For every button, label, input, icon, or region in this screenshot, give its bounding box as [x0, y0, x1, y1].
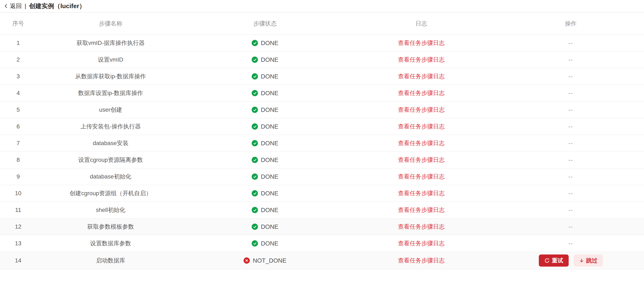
step-name: 设置vmID — [36, 51, 185, 68]
step-index: 12 — [0, 218, 36, 235]
status-badge: DONE — [252, 106, 278, 113]
view-log-link[interactable]: 查看任务步骤日志 — [398, 257, 445, 264]
step-index: 9 — [0, 168, 36, 185]
step-index: 6 — [0, 118, 36, 135]
table-row: 1获取vmID-据库操作执行器DONE查看任务步骤日志-- — [0, 35, 644, 51]
empty-action: -- — [568, 56, 573, 63]
retry-button[interactable]: 重试 — [539, 254, 569, 266]
view-log-link[interactable]: 查看任务步骤日志 — [398, 140, 445, 146]
status-badge: DONE — [252, 224, 278, 230]
check-circle-icon — [252, 124, 258, 130]
empty-action: -- — [568, 240, 573, 246]
status-text: DONE — [261, 56, 278, 63]
status-badge: DONE — [252, 73, 278, 80]
title-divider: | — [24, 3, 26, 10]
step-index: 13 — [0, 235, 36, 252]
empty-action: -- — [568, 106, 573, 113]
step-name: 获取vmID-据库操作执行器 — [36, 35, 185, 51]
back-button[interactable]: 返回 — [4, 2, 22, 10]
table-row: 7database安装DONE查看任务步骤日志-- — [0, 135, 644, 152]
view-log-link[interactable]: 查看任务步骤日志 — [398, 240, 445, 246]
status-text: NOT_DONE — [253, 257, 286, 264]
status-text: DONE — [261, 156, 278, 164]
step-name: shell初始化 — [36, 202, 185, 218]
step-name: database安装 — [36, 135, 185, 152]
check-circle-icon — [252, 90, 258, 96]
view-log-link[interactable]: 查看任务步骤日志 — [398, 173, 445, 180]
check-circle-icon — [252, 174, 258, 180]
empty-action: -- — [568, 73, 573, 80]
status-text: DONE — [261, 106, 278, 113]
check-circle-icon — [252, 140, 258, 146]
step-index: 7 — [0, 135, 36, 152]
check-circle-icon — [252, 40, 258, 46]
status-text: DONE — [261, 240, 278, 247]
status-badge: DONE — [252, 240, 278, 247]
table-row: 11shell初始化DONE查看任务步骤日志-- — [0, 202, 644, 218]
status-badge: DONE — [252, 40, 278, 46]
view-log-link[interactable]: 查看任务步骤日志 — [398, 56, 445, 63]
back-label: 返回 — [10, 2, 22, 10]
table-header-row: 序号 步骤名称 步骤状态 日志 操作 — [0, 12, 644, 35]
view-log-link[interactable]: 查看任务步骤日志 — [398, 156, 445, 163]
step-index: 1 — [0, 35, 36, 51]
empty-action: -- — [568, 123, 573, 130]
status-badge: NOT_DONE — [244, 257, 286, 264]
empty-action: -- — [568, 207, 573, 213]
view-log-link[interactable]: 查看任务步骤日志 — [398, 73, 445, 80]
retry-label: 重试 — [552, 257, 563, 264]
status-badge: DONE — [252, 207, 278, 214]
column-header-action: 操作 — [498, 12, 644, 35]
table-row: 3从数据库获取ip-数据库操作DONE查看任务步骤日志-- — [0, 68, 644, 85]
view-log-link[interactable]: 查看任务步骤日志 — [398, 40, 445, 46]
view-log-link[interactable]: 查看任务步骤日志 — [398, 190, 445, 196]
empty-action: -- — [568, 140, 573, 146]
view-log-link[interactable]: 查看任务步骤日志 — [398, 106, 445, 113]
status-text: DONE — [261, 73, 278, 80]
table-row: 8设置cgroup资源隔离参数DONE查看任务步骤日志-- — [0, 152, 644, 168]
step-index: 4 — [0, 85, 36, 102]
empty-action: -- — [568, 190, 573, 196]
table-row: 12获取参数模板参数DONE查看任务步骤日志-- — [0, 218, 644, 235]
skip-label: 跳过 — [586, 257, 598, 264]
view-log-link[interactable]: 查看任务步骤日志 — [398, 90, 445, 96]
table-row: 4数据库设置ip-数据库操作DONE查看任务步骤日志-- — [0, 85, 644, 102]
table-row: 10创建cgroup资源组（开机自启）DONE查看任务步骤日志-- — [0, 185, 644, 202]
column-header-status: 步骤状态 — [185, 12, 345, 35]
check-circle-icon — [252, 107, 258, 113]
check-circle-icon — [252, 240, 258, 246]
status-badge: DONE — [252, 123, 278, 130]
check-circle-icon — [252, 157, 258, 163]
check-circle-icon — [252, 56, 258, 63]
empty-action: -- — [568, 90, 573, 96]
step-name: 设置cgroup资源隔离参数 — [36, 152, 185, 168]
table-row: 13设置数据库参数DONE查看任务步骤日志-- — [0, 235, 644, 252]
view-log-link[interactable]: 查看任务步骤日志 — [398, 123, 445, 130]
status-badge: DONE — [252, 140, 278, 147]
step-name: 设置数据库参数 — [36, 235, 185, 252]
skip-button[interactable]: 跳过 — [574, 254, 603, 266]
status-text: DONE — [261, 224, 278, 230]
step-name: 创建cgroup资源组（开机自启） — [36, 185, 185, 202]
empty-action: -- — [568, 173, 573, 180]
step-index: 14 — [0, 252, 36, 269]
step-name: 获取参数模板参数 — [36, 218, 185, 235]
top-bar: 返回 | 创建实例（lucifer） — [0, 0, 644, 12]
status-text: DONE — [261, 207, 278, 214]
status-text: DONE — [261, 123, 278, 130]
step-index: 10 — [0, 185, 36, 202]
table-row: 14启动数据库NOT_DONE查看任务步骤日志重试跳过 — [0, 252, 644, 269]
refresh-icon — [544, 258, 550, 264]
view-log-link[interactable]: 查看任务步骤日志 — [398, 207, 445, 213]
step-name: 数据库设置ip-数据库操作 — [36, 85, 185, 102]
view-log-link[interactable]: 查看任务步骤日志 — [398, 224, 445, 230]
table-row: 9database初始化DONE查看任务步骤日志-- — [0, 168, 644, 185]
step-index: 3 — [0, 68, 36, 85]
status-badge: DONE — [252, 90, 278, 97]
status-badge: DONE — [252, 56, 278, 63]
x-circle-icon — [244, 258, 250, 264]
status-badge: DONE — [252, 156, 278, 164]
step-index: 11 — [0, 202, 36, 218]
status-text: DONE — [261, 40, 278, 46]
column-header-name: 步骤名称 — [36, 12, 185, 35]
